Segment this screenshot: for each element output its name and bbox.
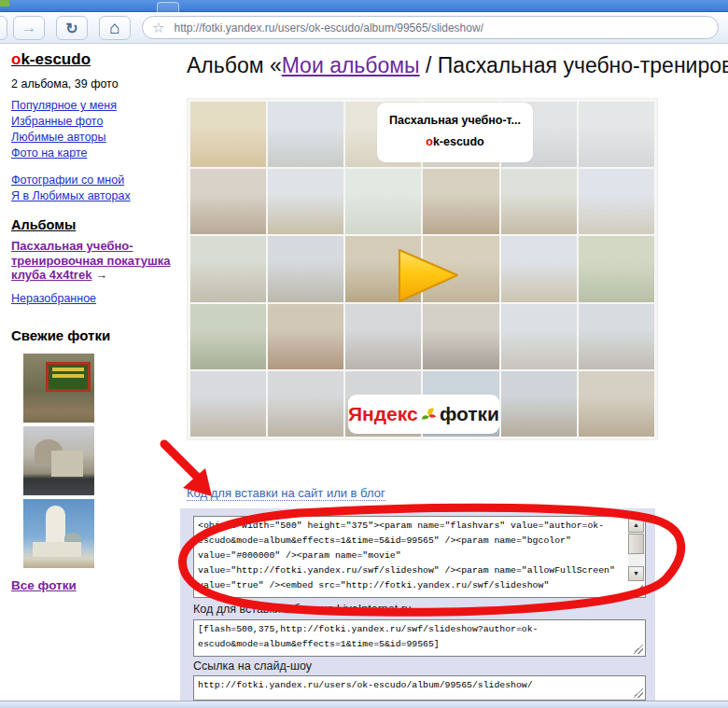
resize-grip[interactable] — [633, 687, 643, 698]
tab-strip — [0, 0, 728, 12]
mosaic-photo-tile — [268, 102, 343, 167]
username-link[interactable]: ok-escudo — [11, 50, 91, 69]
mosaic-photo-tile — [268, 304, 343, 369]
bookmark-star-icon[interactable]: ☆ — [152, 21, 164, 35]
hummingbird-icon — [421, 405, 437, 423]
mosaic-photo-tile — [190, 304, 266, 369]
textarea-scrollbar[interactable]: ▲ ▼ — [628, 518, 644, 581]
home-button[interactable]: ⌂ — [99, 16, 131, 40]
forward-icon: → — [21, 19, 37, 37]
resize-grip[interactable] — [633, 644, 643, 654]
church-body-decoration — [51, 451, 83, 477]
fresh-photo-thumbnail-forest-sign[interactable] — [23, 354, 94, 423]
mosaic-photo-tile — [190, 236, 266, 301]
fresh-photo-thumbnail-church[interactable] — [23, 426, 94, 495]
browser-window: → ↻ ⌂ ☆ http://fotki.yandex.ru/users/ok-… — [0, 0, 728, 708]
url-text[interactable]: http://fotki.yandex.ru/users/ok-escudo/a… — [174, 21, 483, 35]
mosaic-photo-tile — [190, 102, 266, 167]
slideshow-link-label: Ссылка на слайд-шоу — [193, 659, 312, 673]
mosaic-photo-tile — [579, 102, 654, 167]
mosaic-photo-tile — [423, 169, 498, 234]
mosaic-photo-tile — [579, 304, 654, 369]
sidebar-link-photos-with-me[interactable]: Фотографии со мной — [11, 173, 179, 188]
mosaic-photo-tile — [190, 169, 266, 234]
forward-button[interactable]: → — [13, 16, 45, 40]
mosaic-photo-tile — [423, 304, 498, 369]
mosaic-photo-tile — [268, 371, 343, 437]
slideshow-url-textarea[interactable]: http://fotki.yandex.ru/users/ok-escudo/a… — [193, 675, 646, 701]
address-bar[interactable]: ☆ http://fotki.yandex.ru/users/ok-escudo… — [142, 16, 719, 39]
mosaic-photo-tile — [190, 371, 266, 437]
liveinternet-label: Код для вставки в блог на LiveInternet.r… — [193, 603, 412, 616]
scrollbar-thumb[interactable] — [628, 534, 644, 554]
album-entry: Пасхальная учебно-тренировочная покатушк… — [11, 239, 179, 283]
albums-heading[interactable]: Альбомы — [11, 217, 76, 232]
yandex-logo-text: Яндекс — [348, 403, 418, 425]
yandex-fotki-logo: Яндекс фотки — [348, 395, 499, 434]
mosaic-photo-tile — [501, 371, 577, 437]
page-title: Альбом «Мои альбомы / Пасхальная учебно-… — [187, 53, 728, 78]
resize-grip[interactable] — [633, 585, 643, 595]
mosaic-photo-tile — [579, 169, 654, 234]
sidebar-link-favorite-authors[interactable]: Любимые авторы — [11, 130, 179, 146]
browser-toolbar: → ↻ ⌂ ☆ http://fotki.yandex.ru/users/ok-… — [0, 12, 728, 44]
mosaic-photo-tile — [345, 304, 421, 369]
embed-codes-panel: <object width="500" height="375"><param … — [180, 508, 655, 701]
embed-code-textarea[interactable]: <object width="500" height="375"><param … — [193, 516, 646, 598]
sidebar-link-photos-on-map[interactable]: Фото на карте — [11, 146, 179, 161]
overlay-author: ok-escudo — [377, 135, 533, 148]
mosaic-photo-tile — [579, 236, 654, 301]
mosaic-photo-tile — [501, 236, 577, 301]
all-photos-link[interactable]: Все фотки — [11, 578, 77, 592]
album-arrow-icon: → — [95, 268, 107, 282]
window-corner-decoration — [0, 0, 9, 7]
sidebar-link-popular[interactable]: Популярное у меня — [11, 98, 179, 114]
fresh-photos-heading: Свежие фотки — [11, 327, 179, 343]
mosaic-photo-tile — [579, 371, 654, 437]
tower-base-decoration — [33, 542, 81, 557]
fresh-photo-thumbnail-tower[interactable] — [23, 499, 94, 568]
album-title-overlay: Пасхальная учебно-т... ok-escudo — [377, 103, 533, 162]
play-button-icon[interactable] — [396, 247, 461, 305]
mosaic-photo-tile — [268, 236, 343, 301]
embed-code-link[interactable]: Код для вставки на сайт или в блог — [187, 486, 385, 501]
mosaic-photo-tile — [345, 169, 421, 234]
scroll-down-icon[interactable]: ▼ — [628, 566, 644, 581]
sidebar: ok-escudo 2 альбома, 39 фото Популярное … — [11, 50, 179, 592]
sidebar-link-favorites[interactable]: Избранные фото — [11, 114, 179, 130]
back-button[interactable] — [0, 16, 7, 40]
mosaic-photo-tile — [501, 169, 577, 234]
reload-button[interactable]: ↻ — [56, 16, 88, 40]
sidebar-link-in-favorite-authors[interactable]: Я в Любимых авторах — [11, 188, 179, 204]
browser-tab[interactable] — [157, 2, 179, 12]
home-icon: ⌂ — [109, 18, 119, 38]
overlay-album-title: Пасхальная учебно-т... — [377, 114, 533, 127]
my-albums-link[interactable]: Мои альбомы — [282, 53, 420, 77]
forest-sign-decoration — [46, 362, 91, 392]
album-link[interactable]: Пасхальная учебно-тренировочная покатушк… — [11, 239, 171, 282]
liveinternet-code-textarea[interactable]: [flash=500,375,http://fotki.yandex.ru/sw… — [193, 619, 646, 657]
slideshow-preview[interactable]: Пасхальная учебно-т... ok-escudo Яндекс … — [187, 98, 658, 440]
mosaic-photo-tile — [268, 169, 343, 234]
unsorted-album-link[interactable]: Неразобранное — [11, 291, 96, 307]
reload-icon: ↻ — [65, 20, 77, 37]
window-bottom-edge — [0, 701, 728, 708]
fotki-logo-text: фотки — [440, 403, 499, 425]
user-stats: 2 альбома, 39 фото — [11, 77, 179, 90]
mosaic-photo-tile — [501, 304, 577, 369]
scroll-up-icon[interactable]: ▲ — [628, 518, 644, 533]
